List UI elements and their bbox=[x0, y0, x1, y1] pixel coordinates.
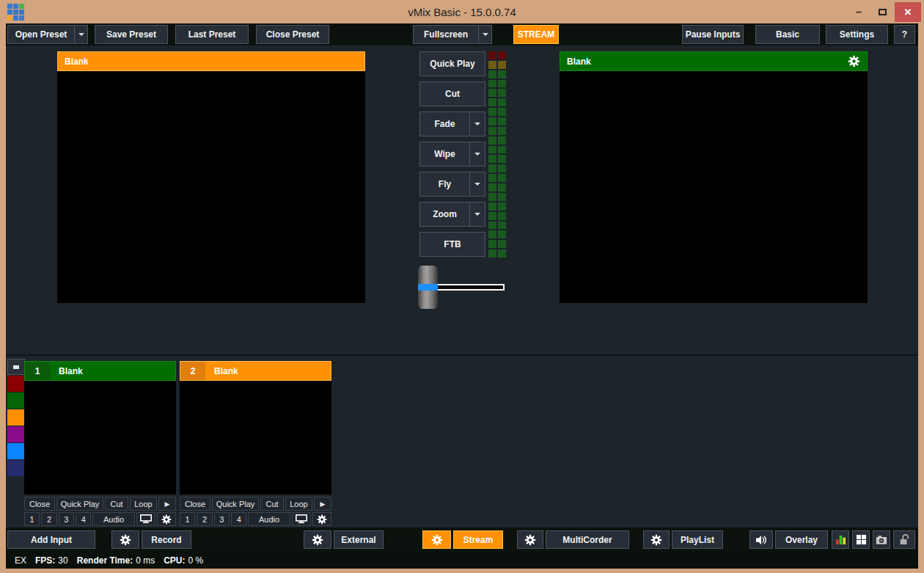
transition-zoom-dropdown[interactable] bbox=[469, 202, 485, 226]
speaker-icon bbox=[755, 535, 767, 545]
program-video[interactable] bbox=[560, 71, 868, 303]
input-2-video[interactable] bbox=[180, 381, 331, 494]
overlay-1-button[interactable]: 1 bbox=[24, 512, 40, 526]
transition-fly-button[interactable]: Fly bbox=[419, 172, 485, 197]
input-play-button[interactable]: ▶ bbox=[158, 497, 176, 511]
input-2-header[interactable]: 2 Blank bbox=[180, 361, 331, 381]
bottom-toolbar: Add Input Record External Stream bbox=[6, 528, 918, 552]
minimize-button[interactable]: – bbox=[848, 2, 870, 21]
external-button[interactable]: External bbox=[334, 530, 384, 549]
maximize-button[interactable] bbox=[871, 2, 893, 21]
overlay-2-button[interactable]: 2 bbox=[41, 512, 56, 526]
input-fullscreen-button[interactable] bbox=[292, 512, 311, 526]
stream-indicator-button[interactable]: STREAM bbox=[513, 25, 559, 44]
input-quick-play-button[interactable]: Quick Play bbox=[212, 497, 259, 511]
save-preset-button[interactable]: Save Preset bbox=[95, 25, 168, 44]
input-loop-button[interactable]: Loop bbox=[285, 497, 312, 511]
record-button[interactable]: Record bbox=[142, 530, 191, 549]
input-quick-play-button[interactable]: Quick Play bbox=[56, 497, 103, 511]
input-loop-button[interactable]: Loop bbox=[130, 497, 157, 511]
add-input-button[interactable]: Add Input bbox=[7, 530, 95, 549]
input-settings-button[interactable] bbox=[157, 512, 176, 526]
master-audio-button[interactable] bbox=[749, 530, 773, 549]
gear-icon bbox=[650, 534, 662, 546]
input-fullscreen-button[interactable] bbox=[136, 512, 155, 526]
multiview-button[interactable] bbox=[852, 530, 870, 549]
input-1-header[interactable]: 1 Blank bbox=[24, 361, 176, 381]
lock-button[interactable] bbox=[893, 530, 915, 549]
preview-video[interactable] bbox=[57, 71, 365, 303]
input-audio-button[interactable]: Audio bbox=[248, 512, 290, 526]
multicorder-button[interactable]: MultiCorder bbox=[546, 530, 629, 549]
meter-cell bbox=[488, 146, 496, 154]
transition-cut-button[interactable]: Cut bbox=[419, 81, 485, 106]
help-button[interactable]: ? bbox=[894, 25, 915, 44]
tbar-handle[interactable] bbox=[418, 266, 438, 309]
transition-label: Fade bbox=[420, 119, 469, 129]
color-swatch[interactable] bbox=[7, 460, 25, 476]
snapshot-button[interactable] bbox=[873, 530, 890, 549]
overlay-4-button[interactable]: 4 bbox=[76, 512, 91, 526]
meter-cell bbox=[488, 136, 496, 145]
transition-quick-play-button[interactable]: Quick Play bbox=[419, 51, 485, 76]
color-swatch[interactable] bbox=[7, 426, 25, 442]
program-header[interactable]: Blank bbox=[560, 51, 868, 71]
transition-fly-dropdown[interactable] bbox=[469, 172, 485, 196]
color-swatch[interactable] bbox=[7, 393, 25, 409]
open-preset-button[interactable]: Open Preset bbox=[7, 25, 88, 44]
meter-cell bbox=[488, 70, 496, 79]
input-list-toggle-button[interactable] bbox=[7, 359, 25, 375]
transition-zoom-button[interactable]: Zoom bbox=[419, 202, 485, 227]
open-preset-dropdown[interactable] bbox=[74, 26, 87, 43]
transition-wipe-button[interactable]: Wipe bbox=[419, 142, 485, 167]
playlist-settings-button[interactable] bbox=[643, 530, 670, 549]
cpu-label: CPU: bbox=[164, 555, 185, 566]
input-cut-button[interactable]: Cut bbox=[105, 497, 128, 511]
meter-cell bbox=[498, 212, 506, 220]
overlay-2-button[interactable]: 2 bbox=[197, 512, 212, 526]
main-area: Blank Quick Play Cut Fade Wipe Fly Zoom bbox=[6, 45, 918, 354]
fullscreen-dropdown[interactable] bbox=[478, 26, 491, 43]
fullscreen-button[interactable]: Fullscreen bbox=[413, 25, 492, 44]
settings-button[interactable]: Settings bbox=[826, 25, 888, 44]
basic-button[interactable]: Basic bbox=[755, 25, 820, 44]
input-close-button[interactable]: Close bbox=[24, 497, 55, 511]
transition-fade-button[interactable]: Fade bbox=[419, 112, 485, 136]
input-play-button[interactable]: ▶ bbox=[314, 497, 331, 511]
overlay-1-button[interactable]: 1 bbox=[180, 512, 195, 526]
record-settings-button[interactable] bbox=[111, 530, 139, 549]
input-close-button[interactable]: Close bbox=[180, 497, 210, 511]
open-preset-label: Open Preset bbox=[8, 29, 74, 40]
last-preset-button[interactable]: Last Preset bbox=[175, 25, 249, 44]
color-swatch[interactable] bbox=[7, 376, 25, 392]
transition-wipe-dropdown[interactable] bbox=[469, 142, 485, 166]
close-button[interactable]: ✕ bbox=[895, 2, 921, 22]
preview-header[interactable]: Blank bbox=[57, 51, 365, 71]
overlay-button[interactable]: Overlay bbox=[775, 530, 828, 549]
color-swatch[interactable] bbox=[7, 443, 25, 459]
overlay-4-button[interactable]: 4 bbox=[231, 512, 246, 526]
input-cut-button[interactable]: Cut bbox=[260, 497, 284, 511]
input-number-badge: 1 bbox=[25, 362, 50, 380]
meter-cell bbox=[498, 240, 506, 248]
meter-cell bbox=[488, 117, 496, 125]
transition-ftb-button[interactable]: FTB bbox=[419, 232, 485, 257]
monitor-icon bbox=[296, 514, 307, 524]
playlist-button[interactable]: PlayList bbox=[672, 530, 723, 549]
pause-inputs-button[interactable]: Pause Inputs bbox=[682, 25, 744, 44]
input-audio-button[interactable]: Audio bbox=[92, 512, 134, 526]
input-1-video[interactable] bbox=[24, 381, 176, 494]
input-settings-button[interactable] bbox=[312, 512, 331, 526]
close-preset-button[interactable]: Close Preset bbox=[256, 25, 329, 44]
program-settings-button[interactable] bbox=[848, 55, 860, 67]
audio-mixer-button[interactable] bbox=[832, 530, 849, 549]
overlay-3-button[interactable]: 3 bbox=[59, 512, 74, 526]
external-settings-button[interactable] bbox=[304, 530, 331, 549]
color-swatch[interactable] bbox=[7, 409, 25, 426]
transition-fade-dropdown[interactable] bbox=[469, 112, 485, 136]
stream-button[interactable]: Stream bbox=[453, 530, 503, 549]
gear-icon bbox=[312, 534, 323, 546]
overlay-3-button[interactable]: 3 bbox=[214, 512, 230, 526]
multicorder-settings-button[interactable] bbox=[517, 530, 543, 549]
stream-settings-button[interactable] bbox=[422, 530, 451, 549]
